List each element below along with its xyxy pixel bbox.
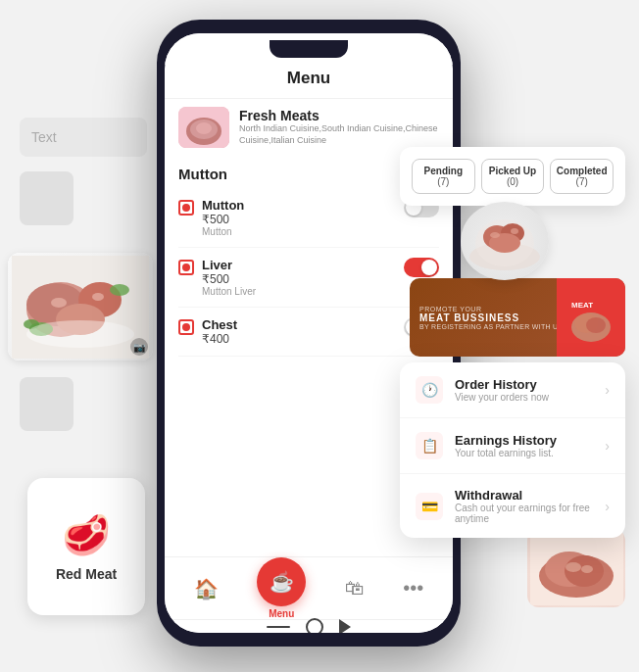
dropdown-order-history[interactable]: 🕐 Order History View your orders now › bbox=[400, 362, 625, 418]
tab-pending-label: Pending bbox=[417, 166, 470, 176]
camera-icon: 📷 bbox=[130, 338, 148, 356]
home-bar-circle bbox=[306, 618, 323, 634]
right-meat-lower-svg bbox=[530, 532, 623, 605]
right-meat-lower bbox=[527, 529, 625, 607]
item-dot-inner-3 bbox=[182, 323, 190, 331]
tab-completed-label: Completed bbox=[555, 166, 609, 176]
restaurant-image-svg bbox=[178, 107, 229, 148]
nav-more[interactable]: ••• bbox=[403, 577, 423, 600]
restaurant-thumbnail bbox=[178, 107, 229, 148]
svg-point-21 bbox=[511, 228, 518, 234]
menu-title: Menu bbox=[165, 65, 453, 98]
bottom-navigation: 🏠 ☕ Menu 🛍 ••• bbox=[165, 556, 453, 619]
dropdown-withdrawal[interactable]: 💳 Withdrawal Cash out your earnings for … bbox=[400, 474, 625, 538]
order-history-text: Order History View your orders now bbox=[455, 377, 593, 403]
withdrawal-text: Withdrawal Cash out your earnings for fr… bbox=[455, 488, 593, 524]
more-icon: ••• bbox=[403, 577, 423, 600]
home-icon: 🏠 bbox=[194, 577, 219, 600]
home-bar-back bbox=[339, 619, 351, 634]
promo-banner: PROMOTE YOUR MEAT BUSSINESS BY REGISTERI… bbox=[410, 278, 625, 357]
tab-picked-up[interactable]: Picked Up (0) bbox=[481, 159, 545, 194]
meat-svg bbox=[12, 256, 149, 359]
item-desc-liver: Mutton Liver bbox=[202, 286, 396, 297]
item-info-liver: Liver ₹500 Mutton Liver bbox=[202, 258, 396, 297]
promo-accent: MEAT bbox=[557, 278, 625, 357]
item-price-mutton: ₹500 bbox=[202, 213, 396, 226]
home-bar-left bbox=[267, 626, 290, 628]
tab-completed[interactable]: Completed (7) bbox=[550, 159, 614, 194]
tab-pickedup-count: (0) bbox=[486, 176, 540, 187]
left-meat-card: 📷 bbox=[8, 253, 153, 360]
svg-point-6 bbox=[92, 293, 104, 301]
phone-notch bbox=[270, 40, 348, 58]
svg-point-9 bbox=[110, 284, 129, 296]
item-info-chest: Chest ₹400 bbox=[202, 317, 396, 346]
item-dot-inner-1 bbox=[182, 204, 190, 212]
nav-menu-label: Menu bbox=[269, 608, 294, 619]
text-placeholder-card: Text bbox=[20, 118, 147, 157]
order-history-icon: 🕐 bbox=[416, 376, 443, 404]
item-dot-1 bbox=[178, 200, 194, 216]
restaurant-cuisines: North Indian Cuisine,South Indian Cuisin… bbox=[239, 123, 439, 146]
orders-icon: 🛍 bbox=[345, 577, 365, 600]
left-square-2 bbox=[20, 377, 74, 431]
svg-point-5 bbox=[51, 298, 67, 308]
tab-completed-count: (7) bbox=[555, 176, 609, 187]
item-name-mutton: Mutton bbox=[202, 198, 396, 213]
svg-point-30 bbox=[565, 562, 581, 572]
item-desc-mutton: Mutton bbox=[202, 226, 396, 237]
nav-home[interactable]: 🏠 bbox=[194, 577, 219, 600]
menu-button-icon: ☕ bbox=[270, 570, 294, 594]
svg-point-20 bbox=[490, 232, 500, 238]
earnings-history-title: Earnings History bbox=[455, 433, 593, 448]
order-history-title: Order History bbox=[455, 377, 593, 392]
text-placeholder-label: Text bbox=[31, 129, 57, 145]
meat-bowl-svg bbox=[466, 206, 544, 276]
item-price-liver: ₹500 bbox=[202, 272, 396, 286]
nav-orders[interactable]: 🛍 bbox=[345, 577, 365, 600]
item-toggle-liver[interactable] bbox=[404, 258, 439, 277]
nav-menu[interactable]: ☕ Menu bbox=[257, 557, 306, 619]
restaurant-info: Fresh Meats North Indian Cuisine,South I… bbox=[239, 108, 439, 146]
meat-bowl-overlay bbox=[461, 202, 549, 280]
order-history-arrow: › bbox=[605, 382, 610, 398]
toggle-liver[interactable] bbox=[404, 258, 439, 277]
withdrawal-icon: 💳 bbox=[416, 493, 443, 520]
svg-point-25 bbox=[586, 317, 606, 333]
phone-top-bar bbox=[165, 33, 453, 65]
restaurant-name: Fresh Meats bbox=[239, 108, 439, 123]
item-dot-2 bbox=[178, 260, 194, 275]
earnings-history-arrow: › bbox=[605, 438, 610, 454]
withdrawal-subtitle: Cash out your earnings for free anytime bbox=[455, 503, 593, 524]
tab-pickedup-label: Picked Up bbox=[486, 166, 540, 176]
item-name-liver: Liver bbox=[202, 258, 396, 272]
earnings-history-subtitle: Your total earnings list. bbox=[455, 448, 593, 458]
item-name-chest: Chest bbox=[202, 317, 396, 332]
tab-pending-count: (7) bbox=[417, 176, 470, 187]
red-meat-icon: 🥩 bbox=[62, 512, 111, 558]
meat-image: 📷 bbox=[8, 253, 153, 360]
left-square-1 bbox=[20, 171, 74, 225]
item-dot-inner-2 bbox=[182, 264, 190, 271]
earnings-history-text: Earnings History Your total earnings lis… bbox=[455, 433, 593, 458]
svg-text:MEAT: MEAT bbox=[571, 301, 593, 310]
red-meat-label: Red Meat bbox=[56, 566, 117, 582]
promo-meat-svg: MEAT bbox=[566, 288, 615, 347]
red-meat-card[interactable]: 🥩 Red Meat bbox=[27, 478, 145, 615]
item-price-chest: ₹400 bbox=[202, 332, 396, 346]
tab-pending[interactable]: Pending (7) bbox=[412, 159, 475, 194]
svg-point-31 bbox=[581, 565, 593, 573]
item-dot-3 bbox=[178, 319, 194, 335]
svg-point-14 bbox=[196, 122, 212, 134]
phone-bottom-bar bbox=[165, 619, 453, 633]
withdrawal-title: Withdrawal bbox=[455, 488, 593, 503]
earnings-history-icon: 📋 bbox=[416, 432, 443, 459]
menu-item-chest[interactable]: Chest ₹400 bbox=[178, 308, 439, 357]
toggle-knob-liver bbox=[421, 260, 437, 275]
svg-point-10 bbox=[26, 320, 134, 348]
withdrawal-arrow: › bbox=[605, 499, 610, 514]
menu-item-liver[interactable]: Liver ₹500 Mutton Liver bbox=[178, 248, 439, 308]
menu-center-button[interactable]: ☕ bbox=[257, 557, 306, 606]
dropdown-earnings-history[interactable]: 📋 Earnings History Your total earnings l… bbox=[400, 418, 625, 474]
item-info-mutton: Mutton ₹500 Mutton bbox=[202, 198, 396, 237]
